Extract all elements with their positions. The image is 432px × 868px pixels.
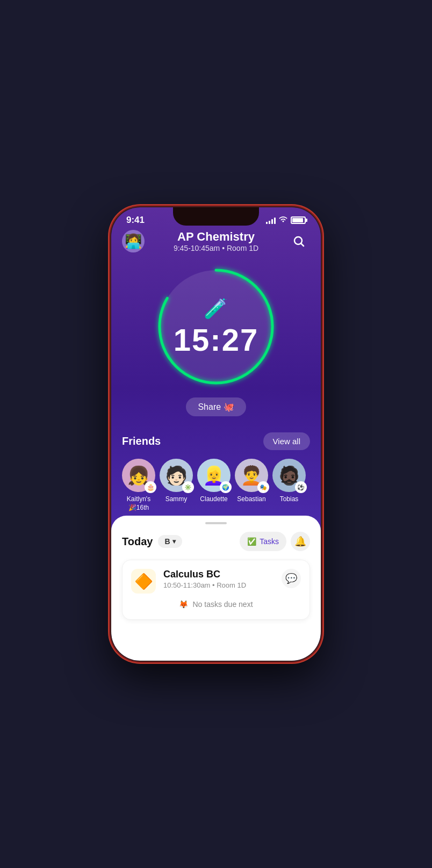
no-tasks-text: No tasks due next (192, 600, 253, 609)
friends-header: Friends View all (122, 432, 310, 450)
notch (173, 207, 259, 226)
avatar[interactable]: 👩‍💻 (122, 230, 145, 252)
list-item[interactable]: 🧑🏻 ✳️ Sammy (160, 459, 193, 512)
class-title: AP Chemistry (145, 230, 287, 244)
friend-avatar-sammy: 🧑🏻 ✳️ (160, 459, 193, 492)
timer-separator: : (210, 322, 221, 357)
bell-icon: 🔔 (294, 536, 306, 547)
friend-avatar-tobias: 🧔🏿 ⚽ (272, 459, 306, 492)
class-time: 10:50-11:30am • Room 1D (163, 581, 274, 589)
class-subtitle: 9:45-10:45am • Room 1D (145, 244, 287, 252)
today-label: Today (122, 536, 153, 548)
status-icons (266, 216, 306, 225)
class-icon: 🔶 (131, 569, 156, 594)
friend-badge-tobias: ⚽ (295, 481, 307, 493)
friend-badge-sammy: ✳️ (182, 481, 194, 493)
friend-avatar-sebastian: 🧑‍🦱 🎭 (235, 459, 268, 492)
header-center: AP Chemistry 9:45-10:45am • Room 1D (145, 230, 287, 252)
chat-icon: 💬 (285, 573, 297, 584)
friend-name-claudette: Claudette (200, 495, 227, 504)
battery-fill (292, 218, 303, 222)
signal-bar-2 (269, 221, 270, 224)
friends-title: Friends (122, 435, 161, 447)
friends-list: 👧 🎂 Kaitlyn's🎉16th 🧑🏻 ✳️ Sammy (122, 459, 310, 517)
svg-line-1 (301, 244, 304, 247)
app-header: 👩‍💻 AP Chemistry 9:45-10:45am • Room 1D (111, 226, 321, 257)
timer-section: 🧪 15:27 Share 🐙 (111, 257, 321, 427)
timer-circle: 🧪 15:27 (152, 262, 280, 391)
view-all-button[interactable]: View all (263, 432, 310, 450)
friend-badge-kaitlyn: 🎂 (145, 481, 156, 493)
list-item[interactable]: 🧑‍🦱 🎭 Sebastian (235, 459, 268, 512)
sheet-actions: ✅ Tasks 🔔 (240, 532, 310, 551)
list-item[interactable]: 🧔🏿 ⚽ Tobias (272, 459, 306, 512)
sheet-handle (205, 522, 227, 524)
timer-emoji: 🧪 (204, 298, 228, 320)
friend-name-kaitlyn: Kaitlyn's🎉16th (127, 495, 150, 512)
chevron-down-icon: ▾ (172, 538, 176, 545)
class-card: 🔶 Calculus BC 10:50-11:30am • Room 1D 💬 … (122, 560, 310, 620)
friend-name-sammy: Sammy (165, 495, 188, 504)
signal-bar-3 (271, 219, 273, 224)
list-item[interactable]: 👱‍♀️ 🌍 Claudette (197, 459, 231, 512)
friend-name-tobias: Tobias (280, 495, 299, 504)
phone-screen: 9:41 (111, 207, 321, 661)
bottom-sheet: Today B ▾ ✅ Tasks 🔔 (111, 516, 321, 661)
share-button[interactable]: Share 🐙 (186, 397, 246, 416)
schedule-badge[interactable]: B ▾ (158, 535, 182, 548)
timer-seconds: 27 (222, 322, 259, 357)
tasks-label: Tasks (260, 537, 279, 546)
class-card-header: 🔶 Calculus BC 10:50-11:30am • Room 1D 💬 (131, 569, 301, 594)
friend-avatar-claudette: 👱‍♀️ 🌍 (197, 459, 231, 492)
chat-button[interactable]: 💬 (282, 569, 301, 588)
friends-section: Friends View all 👧 🎂 Kaitlyn's🎉16th 🧑🏻 (111, 427, 321, 517)
class-info: Calculus BC 10:50-11:30am • Room 1D (163, 569, 274, 589)
timer-inner: 🧪 15:27 (174, 298, 258, 356)
timer-minutes: 15 (174, 322, 211, 357)
signal-bars-icon (266, 216, 276, 224)
tasks-check-icon: ✅ (247, 537, 256, 546)
friend-avatar-kaitlyn: 👧 🎂 (122, 459, 155, 492)
avatar-emoji: 👩‍💻 (125, 233, 142, 250)
schedule-letter: B (164, 537, 170, 546)
list-item[interactable]: 👧 🎂 Kaitlyn's🎉16th (122, 459, 155, 512)
wifi-icon (279, 216, 287, 225)
class-name: Calculus BC (163, 569, 274, 580)
timer-display: 15:27 (174, 324, 258, 356)
no-tasks-emoji: 🦊 (179, 600, 188, 609)
battery-icon (291, 216, 306, 224)
friend-badge-claudette: 🌍 (220, 481, 232, 493)
signal-bar-4 (274, 218, 276, 224)
status-time: 9:41 (126, 215, 145, 226)
search-icon[interactable] (287, 230, 310, 252)
sheet-header: Today B ▾ ✅ Tasks 🔔 (122, 532, 310, 551)
bell-button[interactable]: 🔔 (291, 532, 310, 551)
phone-frame: 9:41 (111, 207, 321, 661)
friend-name-sebastian: Sebastian (237, 495, 265, 504)
signal-bar-1 (266, 222, 268, 224)
class-icon-emoji: 🔶 (134, 573, 153, 590)
no-tasks-row: 🦊 No tasks due next (131, 594, 301, 611)
tasks-button[interactable]: ✅ Tasks (240, 532, 286, 551)
friend-badge-sebastian: 🎭 (257, 481, 269, 493)
